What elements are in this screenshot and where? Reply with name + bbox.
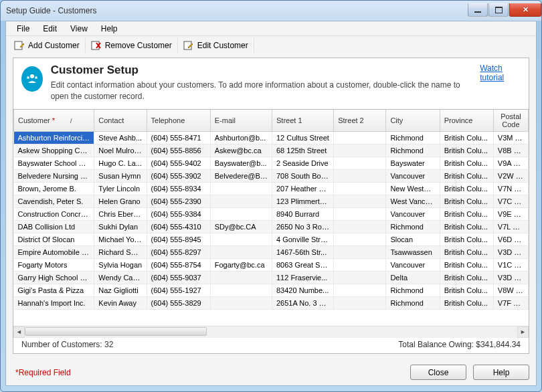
table-cell[interactable]: 83420 Numbe... [272, 284, 333, 296]
table-cell[interactable]: Kevin Away [94, 296, 147, 309]
table-cell[interactable]: Richmond [386, 144, 440, 157]
menu-view[interactable]: View [64, 23, 94, 35]
table-cell[interactable]: V7N 1H9 [493, 182, 528, 195]
table-cell[interactable]: British Colu... [440, 144, 493, 157]
table-cell[interactable]: V7C 3T9 [493, 195, 528, 207]
table-cell[interactable]: Richard Sau... [94, 246, 147, 258]
table-cell[interactable] [210, 246, 272, 258]
table-cell[interactable]: Gigi's Pasta & Pizza [14, 284, 94, 296]
table-cell[interactable]: (604) 555-9402 [147, 157, 210, 169]
scroll-thumb[interactable] [25, 327, 207, 336]
table-cell[interactable]: SDy@bc.CA [210, 220, 272, 233]
table-cell[interactable]: Noel Mulroney [94, 144, 147, 157]
table-cell[interactable]: V8W 9C3 [493, 284, 528, 296]
table-cell[interactable]: Sukhi Dylan [94, 220, 147, 233]
table-cell[interactable]: Vancouver [386, 207, 440, 220]
table-cell[interactable]: (604) 555-3902 [147, 169, 210, 182]
table-cell[interactable]: V7F 5S9 [493, 296, 528, 309]
table-cell[interactable]: British Colu... [440, 296, 493, 309]
table-cell[interactable]: (604) 555-2390 [147, 195, 210, 207]
table-row[interactable]: Construction Concre...Chris Eberh...(604… [14, 207, 529, 220]
table-cell[interactable] [334, 207, 386, 220]
table-cell[interactable]: British Colu... [440, 157, 493, 169]
edit-customer-button[interactable]: Edit Customer [178, 38, 254, 53]
table-cell[interactable]: Steve Ashb... [94, 131, 147, 144]
table-row[interactable]: Empire Automobile R...Richard Sau...(604… [14, 246, 529, 258]
table-cell[interactable]: V1C 8X3 [493, 258, 528, 271]
table-cell[interactable] [334, 233, 386, 246]
table-row[interactable]: Belvedere Nursing H...Susan Hymn(604) 55… [14, 169, 529, 182]
table-cell[interactable] [210, 182, 272, 195]
minimize-button[interactable] [468, 3, 488, 17]
table-cell[interactable]: District Of Slocan [14, 233, 94, 246]
col-contact[interactable]: Contact [94, 110, 147, 132]
table-cell[interactable]: Cavendish, Peter S. [14, 195, 94, 207]
table-cell[interactable]: Ashburton Reinforcing [14, 131, 94, 144]
table-cell[interactable]: (604) 555-8471 [147, 131, 210, 144]
table-cell[interactable]: Empire Automobile R... [14, 246, 94, 258]
table-cell[interactable]: Brown, Jerome B. [14, 182, 94, 195]
table-cell[interactable]: Michael Young [94, 233, 147, 246]
menu-help[interactable]: Help [94, 23, 124, 35]
table-cell[interactable] [334, 131, 386, 144]
table-cell[interactable] [334, 258, 386, 271]
table-cell[interactable]: (604) 555-8945 [147, 233, 210, 246]
table-cell[interactable]: 112 Fraservie... [272, 271, 333, 284]
col-street1[interactable]: Street 1 [272, 110, 333, 132]
table-cell[interactable]: (604) 555-8754 [147, 258, 210, 271]
table-cell[interactable] [334, 182, 386, 195]
table-cell[interactable]: V3D 4K9 [493, 246, 528, 258]
table-cell[interactable]: Naz Gigliotti [94, 284, 147, 296]
col-telephone[interactable]: Telephone [147, 110, 210, 132]
table-row[interactable]: Hannah's Import Inc.Kevin Away(604) 555-… [14, 296, 529, 309]
table-cell[interactable] [210, 271, 272, 284]
horizontal-scrollbar[interactable]: ◄ ► [13, 326, 529, 337]
table-cell[interactable]: 68 125th Street [272, 144, 333, 157]
table-cell[interactable]: 8940 Burrard [272, 207, 333, 220]
table-cell[interactable]: 708 South Bou... [272, 169, 333, 182]
table-cell[interactable]: Bayswater [386, 157, 440, 169]
table-cell[interactable]: DAB Collision Ltd [14, 220, 94, 233]
col-email[interactable]: E-mail [210, 110, 272, 132]
help-button[interactable]: Help [473, 365, 529, 380]
table-cell[interactable]: 123 Plimmerto... [272, 195, 333, 207]
table-row[interactable]: District Of SlocanMichael Young(604) 555… [14, 233, 529, 246]
table-cell[interactable]: V9E 2L8 [493, 207, 528, 220]
table-cell[interactable]: 4 Gonville Street [272, 233, 333, 246]
table-cell[interactable]: V3M 7Q3 [493, 131, 528, 144]
table-cell[interactable]: Richmond [386, 220, 440, 233]
table-cell[interactable] [334, 271, 386, 284]
table-cell[interactable]: Belvedere@Bc... [210, 169, 272, 182]
table-cell[interactable]: Bayswater@b... [210, 157, 272, 169]
table-cell[interactable]: Askew@bc.ca [210, 144, 272, 157]
table-cell[interactable]: Helen Grano [94, 195, 147, 207]
table-cell[interactable]: British Colu... [440, 207, 493, 220]
table-row[interactable]: Ashburton ReinforcingSteve Ashb...(604) … [14, 131, 529, 144]
table-cell[interactable]: 2650 No 3 Road [272, 220, 333, 233]
watch-tutorial-link[interactable]: Watch tutorial [480, 64, 521, 82]
table-cell[interactable]: Garry High School Bo... [14, 271, 94, 284]
remove-customer-button[interactable]: Remove Customer [86, 38, 178, 53]
table-cell[interactable]: (604) 555-9384 [147, 207, 210, 220]
scroll-track[interactable] [25, 326, 517, 338]
table-cell[interactable]: Fogarty@bc.ca [210, 258, 272, 271]
table-cell[interactable] [210, 207, 272, 220]
table-cell[interactable]: Bayswater School Bo... [14, 157, 94, 169]
table-cell[interactable]: 2651A No. 3 R... [272, 296, 333, 309]
table-row[interactable]: DAB Collision LtdSukhi Dylan(604) 555-43… [14, 220, 529, 233]
table-cell[interactable]: Chris Eberh... [94, 207, 147, 220]
scroll-right-icon[interactable]: ► [517, 326, 529, 338]
table-cell[interactable]: 2 Seaside Drive [272, 157, 333, 169]
table-cell[interactable]: V7L 0G9 [493, 220, 528, 233]
table-cell[interactable]: 1467-56th Str... [272, 246, 333, 258]
table-cell[interactable]: Hannah's Import Inc. [14, 296, 94, 309]
table-cell[interactable]: British Colu... [440, 169, 493, 182]
table-cell[interactable] [334, 296, 386, 309]
table-cell[interactable]: British Colu... [440, 182, 493, 195]
table-cell[interactable]: Hugo C. La... [94, 157, 147, 169]
table-cell[interactable] [210, 284, 272, 296]
table-cell[interactable]: Vancouver [386, 258, 440, 271]
menu-edit[interactable]: Edit [36, 23, 64, 35]
table-cell[interactable]: Tsawwassen [386, 246, 440, 258]
table-cell[interactable]: V6D 4U8 [493, 233, 528, 246]
